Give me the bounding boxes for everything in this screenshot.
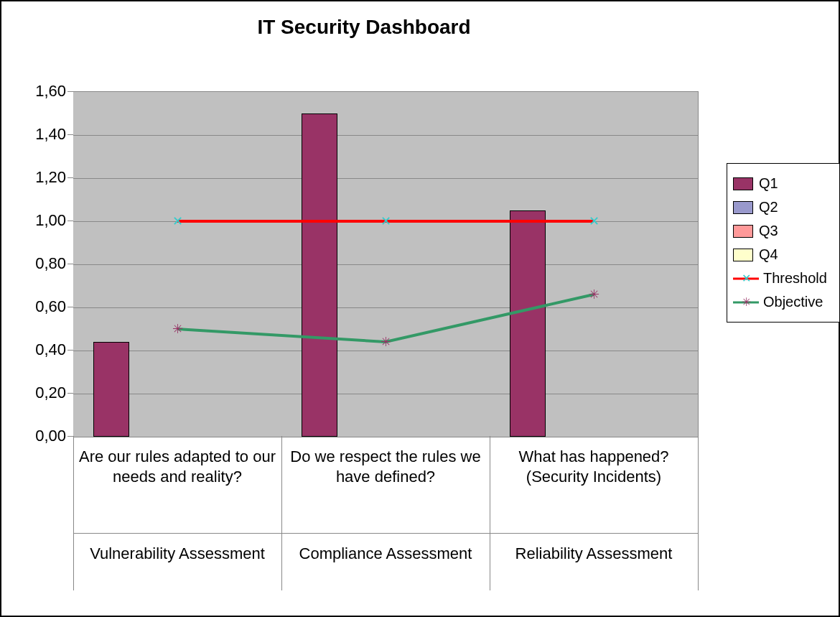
- legend-line-icon: ✳: [733, 296, 759, 309]
- legend-item-q3: Q3: [733, 223, 834, 239]
- y-tick-label: 1,20: [23, 168, 66, 187]
- legend-item-q4: Q4: [733, 246, 834, 263]
- legend-label: Q4: [759, 246, 778, 263]
- legend-label: Threshold: [763, 270, 827, 287]
- chart-container: IT Security Dashboard ✕ ✕ ✕ ✳ ✳ ✳ 1,60: [0, 0, 840, 617]
- y-tick-label: 0,60: [23, 297, 66, 316]
- legend: Q1 Q2 Q3 Q4 ✕ Threshold ✳ Objective: [727, 163, 840, 323]
- y-tick-label: 1,40: [23, 125, 66, 144]
- y-tick-label: 0,40: [23, 340, 66, 359]
- x-category-label: Are our rules adapted to our needs and r…: [77, 447, 278, 486]
- legend-swatch-icon: [733, 177, 753, 190]
- x-category-label: Do we respect the rules we have defined?: [285, 447, 486, 486]
- legend-swatch-icon: [733, 201, 753, 214]
- x-group-label: Vulnerability Assessment: [77, 544, 278, 564]
- legend-label: Q1: [759, 175, 778, 192]
- y-tick-label: 0,20: [23, 384, 66, 402]
- legend-item-objective: ✳ Objective: [733, 294, 834, 310]
- y-tick-label: 0,00: [23, 427, 66, 445]
- x-divider: [490, 436, 490, 590]
- x-divider: [698, 436, 699, 590]
- x-group-label: Reliability Assessment: [493, 544, 694, 564]
- y-tick-label: 0,80: [23, 254, 66, 273]
- x-group-label: Compliance Assessment: [285, 544, 486, 564]
- legend-swatch-icon: [733, 249, 753, 261]
- legend-label: Q2: [759, 199, 778, 215]
- legend-label: Q3: [759, 223, 778, 239]
- x-divider: [281, 436, 282, 590]
- y-tick-label: 1,60: [23, 82, 66, 101]
- plot-area: ✕ ✕ ✕ ✳ ✳ ✳: [73, 91, 699, 437]
- objective-line: [73, 92, 698, 437]
- legend-item-threshold: ✕ Threshold: [733, 270, 834, 287]
- chart-title: IT Security Dashboard: [1, 16, 727, 39]
- y-tick-label: 1,00: [23, 211, 66, 230]
- x-divider: [73, 436, 74, 590]
- legend-item-q1: Q1: [733, 175, 834, 192]
- legend-swatch-icon: [733, 225, 753, 238]
- x-row-divider: [73, 533, 698, 534]
- legend-label: Objective: [763, 294, 823, 310]
- legend-item-q2: Q2: [733, 199, 834, 215]
- x-category-label: What has happened? (Security Incidents): [493, 447, 694, 486]
- legend-line-icon: ✕: [733, 272, 759, 285]
